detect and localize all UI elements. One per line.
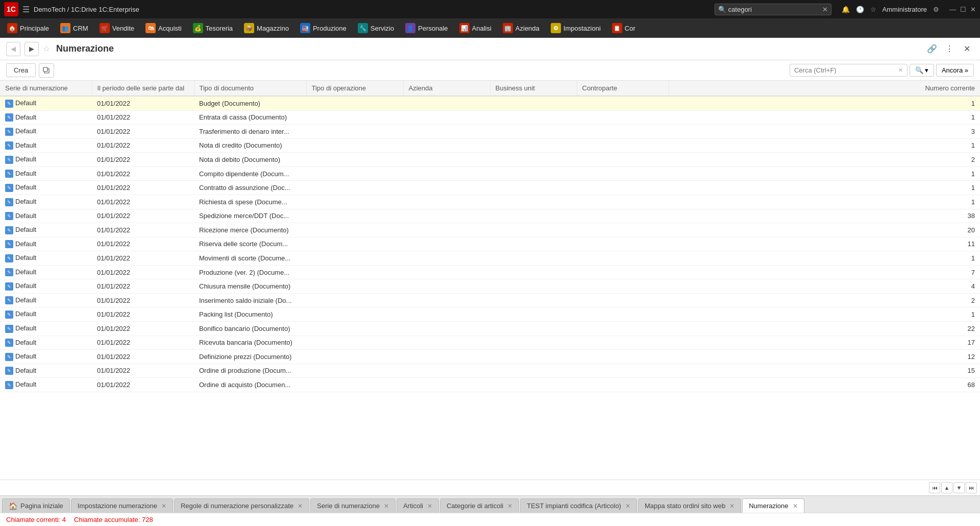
tab-articoli[interactable]: Articoli✕ bbox=[397, 498, 439, 513]
table-row[interactable]: ✎Default 01/01/2022 Bonifico bancario (D… bbox=[0, 322, 980, 336]
menu-item-cor[interactable]: 📋 Cor bbox=[607, 20, 641, 36]
table-row[interactable]: ✎Default 01/01/2022 Ricevuta bancaria (D… bbox=[0, 336, 980, 350]
tab-close-button[interactable]: ✕ bbox=[161, 503, 166, 510]
maximize-button[interactable]: ☐ bbox=[960, 6, 966, 13]
table-row[interactable]: ✎Default 01/01/2022 Entrata di cassa (Do… bbox=[0, 110, 980, 125]
cell-controparte bbox=[577, 336, 669, 350]
global-search-input[interactable] bbox=[728, 6, 820, 13]
menu-item-tesoreria[interactable]: 💰 Tesoreria bbox=[188, 20, 238, 36]
tab-close-button[interactable]: ✕ bbox=[427, 503, 432, 510]
table-row[interactable]: ✎Default 01/01/2022 Trasferimento di den… bbox=[0, 125, 980, 139]
menu-label-principale: Principale bbox=[20, 25, 49, 32]
tab-numerazione[interactable]: Numerazione✕ bbox=[742, 498, 804, 513]
close-page-button[interactable]: ✕ bbox=[960, 42, 974, 56]
tab-categorie-di-articol[interactable]: Categorie di articoli✕ bbox=[440, 498, 519, 513]
table-row[interactable]: ✎Default 01/01/2022 Compito dipendente (… bbox=[0, 166, 980, 181]
tab-impostazione-numeraz[interactable]: Impostazione numerazione✕ bbox=[71, 498, 173, 513]
tab-close-button[interactable]: ✕ bbox=[298, 503, 303, 510]
forward-button[interactable]: ▶ bbox=[24, 42, 39, 56]
search-input[interactable] bbox=[794, 66, 896, 74]
cell-tipo-op bbox=[306, 138, 403, 153]
menu-item-azienda[interactable]: 🏢 Azienda bbox=[498, 20, 545, 36]
cell-tipo-op bbox=[306, 350, 403, 364]
menu-item-acquisti[interactable]: 🛍 Acquisti bbox=[140, 20, 187, 36]
menu-item-analisi[interactable]: 📊 Analisi bbox=[454, 20, 497, 36]
close-window-button[interactable]: ✕ bbox=[970, 6, 976, 13]
table-row[interactable]: ✎Default 01/01/2022 Nota di debito (Docu… bbox=[0, 153, 980, 167]
copy-button[interactable] bbox=[39, 63, 54, 78]
menu-item-produzione[interactable]: 🏭 Produzione bbox=[295, 20, 352, 36]
cell-controparte bbox=[577, 195, 669, 209]
menu-item-impostazioni[interactable]: ⚙ Impostazioni bbox=[546, 20, 606, 36]
cell-period: 01/01/2022 bbox=[92, 293, 194, 307]
row-icon: ✎ bbox=[5, 325, 13, 333]
tab-close-button[interactable]: ✕ bbox=[384, 503, 389, 510]
tab-regole-di-numerazion[interactable]: Regole di numerazione personalizzate✕ bbox=[174, 498, 309, 513]
hamburger-menu[interactable]: ☰ bbox=[22, 5, 30, 14]
tab-pagina-iniziale[interactable]: 🏠Pagina iniziale bbox=[2, 498, 70, 513]
tab-mappa-stato-ordini-s[interactable]: Mappa stato ordini sito web✕ bbox=[638, 498, 741, 513]
table-row[interactable]: ✎Default 01/01/2022 Contratto di assunzi… bbox=[0, 181, 980, 195]
cell-azienda bbox=[403, 166, 490, 181]
tab-close-button[interactable]: ✕ bbox=[507, 503, 512, 510]
table-row[interactable]: ✎Default 01/01/2022 Movimenti di scorte … bbox=[0, 251, 980, 266]
clock-icon[interactable]: 🕐 bbox=[856, 6, 864, 13]
scroll-down-button[interactable]: ▼ bbox=[953, 482, 965, 493]
tab-close-button[interactable]: ✕ bbox=[729, 503, 734, 510]
table-row[interactable]: ✎Default 01/01/2022 Riserva delle scorte… bbox=[0, 237, 980, 251]
tab-serie-di-numerazione[interactable]: Serie di numerazione✕ bbox=[310, 498, 396, 513]
menu-icon-magazzino: 📦 bbox=[244, 23, 254, 33]
cell-tipo-doc: Compito dipendente (Docum... bbox=[194, 166, 306, 181]
app-title: DemoTech / 1C:Drive 1C:Enterprise bbox=[34, 6, 139, 13]
menu-label-acquisti: Acquisti bbox=[158, 25, 182, 32]
cell-controparte bbox=[577, 322, 669, 336]
create-button[interactable]: Crea bbox=[6, 63, 36, 77]
settings-icon[interactable]: ⚙ bbox=[933, 6, 939, 13]
table-row[interactable]: ✎Default 01/01/2022 Produzione (ver. 2) … bbox=[0, 265, 980, 279]
table-row[interactable]: ✎Default 01/01/2022 Inserimento saldo in… bbox=[0, 293, 980, 307]
menu-item-personale[interactable]: 👤 Personale bbox=[400, 20, 453, 36]
menu-item-vendite[interactable]: 🛒 Vendite bbox=[94, 20, 139, 36]
menu-item-servizio[interactable]: 🔧 Servizio bbox=[353, 20, 399, 36]
cell-period: 01/01/2022 bbox=[92, 153, 194, 167]
minimize-button[interactable]: — bbox=[949, 6, 956, 13]
link-icon[interactable]: 🔗 bbox=[925, 42, 939, 56]
menu-item-magazzino[interactable]: 📦 Magazzino bbox=[239, 20, 294, 36]
scroll-top-button[interactable]: ⏮ bbox=[929, 482, 940, 493]
col-tipo-doc-header: Tipo di documento bbox=[194, 81, 306, 96]
scroll-bottom-button[interactable]: ⏭ bbox=[966, 482, 977, 493]
cell-tipo-op bbox=[306, 293, 403, 307]
table-row[interactable]: ✎Default 01/01/2022 Chiusura mensile (Do… bbox=[0, 279, 980, 294]
ancora-button[interactable]: Ancora » bbox=[936, 64, 974, 77]
table-row[interactable]: ✎Default 01/01/2022 Spedizione merce/DDT… bbox=[0, 209, 980, 223]
menu-item-principale[interactable]: 🏠 Principale bbox=[2, 20, 54, 36]
scroll-up-button[interactable]: ▲ bbox=[941, 482, 952, 493]
table-row[interactable]: ✎Default 01/01/2022 Packing list (Docume… bbox=[0, 307, 980, 322]
table-row[interactable]: ✎Default 01/01/2022 Ricezione merce (Doc… bbox=[0, 223, 980, 237]
table-row[interactable]: ✎Default 01/01/2022 Ordine di produzione… bbox=[0, 364, 980, 378]
cell-tipo-doc: Ordine di acquisto (Documen... bbox=[194, 378, 306, 392]
bell-icon[interactable]: 🔔 bbox=[842, 6, 850, 13]
search-clear-icon[interactable]: ✕ bbox=[898, 67, 903, 74]
search-dropdown-icon: ▾ bbox=[925, 66, 928, 74]
tab-close-button[interactable]: ✕ bbox=[625, 503, 630, 510]
tab-test-impianti-codifi[interactable]: TEST impianti codifica (Articolo)✕ bbox=[520, 498, 637, 513]
page-header: ◀ ▶ ☆ Numerazione 🔗 ⋮ ✕ bbox=[0, 38, 980, 60]
tab-close-button[interactable]: ✕ bbox=[793, 503, 798, 510]
cell-controparte bbox=[577, 350, 669, 364]
cell-tipo-op bbox=[306, 125, 403, 139]
back-button[interactable]: ◀ bbox=[6, 42, 20, 56]
global-search-clear[interactable]: ✕ bbox=[822, 6, 828, 13]
table-row[interactable]: ✎Default 01/01/2022 Ordine di acquisto (… bbox=[0, 378, 980, 392]
favorite-star[interactable]: ☆ bbox=[43, 44, 50, 54]
table-row[interactable]: ✎Default 01/01/2022 Budget (Documento) 1 bbox=[0, 96, 980, 110]
table-row[interactable]: ✎Default 01/01/2022 Richiesta di spese (… bbox=[0, 195, 980, 209]
row-icon: ✎ bbox=[5, 310, 13, 319]
star-icon[interactable]: ☆ bbox=[870, 6, 876, 13]
menu-item-crm[interactable]: 👥 CRM bbox=[55, 20, 93, 36]
cell-bu bbox=[490, 237, 577, 251]
more-options-icon[interactable]: ⋮ bbox=[942, 42, 957, 56]
search-button[interactable]: 🔍 ▾ bbox=[910, 64, 934, 77]
table-row[interactable]: ✎Default 01/01/2022 Definizione prezzi (… bbox=[0, 350, 980, 364]
table-row[interactable]: ✎Default 01/01/2022 Nota di credito (Doc… bbox=[0, 138, 980, 153]
